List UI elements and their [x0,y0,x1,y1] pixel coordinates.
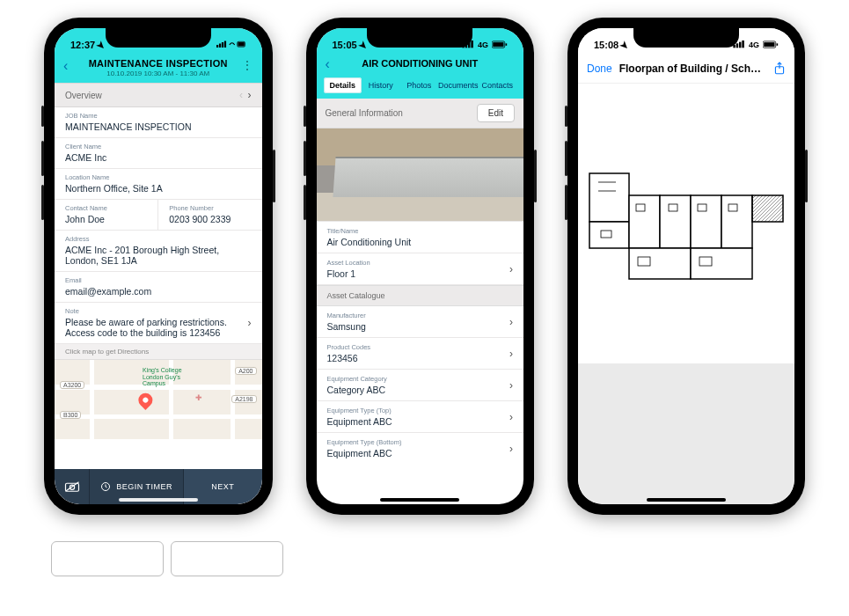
phone-floorplan: 15:08➤ 4G Done Floorpan of Building / Sc… [567,18,805,515]
chevron-right-icon: › [509,316,513,328]
screen-header: ‹ AIR CONDITIONING UNIT [317,56,524,74]
field-product-codes[interactable]: Product Codes 123456 › [317,338,524,370]
back-chevron-icon[interactable]: ‹ [63,58,68,74]
field-address: Address ACME Inc - 201 Borough High Stre… [55,231,262,272]
document-header: Done Floorpan of Building / Schematic... [578,56,794,84]
svg-rect-1 [218,44,220,48]
road-tag: B300 [60,411,81,419]
svg-rect-22 [764,42,774,47]
field-location-name: Location Name Northern Office, Site 1A [55,169,262,200]
svg-rect-13 [471,40,473,48]
home-indicator[interactable] [380,498,459,502]
svg-rect-0 [216,45,218,48]
tab-documents[interactable]: Documents [438,77,479,93]
field-asset-location[interactable]: Asset Location Floor 1 › [317,253,524,285]
phone-maintenance: 12:37➤ ‹ MAINTENANCE INSPECTION 10.10.20… [44,18,273,515]
asset-photo[interactable] [317,128,524,221]
chevron-right-icon: › [509,443,513,455]
location-services-icon: ➤ [618,38,632,52]
map-poi-college: King's College London Guy's Campus [143,367,195,387]
back-chevron-icon[interactable]: ‹ [326,56,330,72]
section-asset-catalogue: Asset Catalogue [317,285,524,306]
screen-header: ‹ MAINTENANCE INSPECTION 10.10.2019 10:3… [55,56,262,83]
svg-rect-25 [589,173,629,222]
map-pin-icon [135,390,156,410]
overview-row[interactable]: Overview ‹ › [55,83,262,107]
map-hint: Click map to get Directions [55,344,262,360]
road-tag: A3200 [60,381,84,389]
svg-rect-3 [223,41,225,48]
road-tag: A2198 [231,395,256,403]
field-title-name: Title/Name Air Conditioning Unit [317,221,524,253]
svg-rect-28 [660,195,691,248]
general-info-label: General Information [326,108,403,118]
phone-asset-detail: 15:05➤ 4G ‹ AIR CONDITIONING UNIT Detail… [306,18,535,515]
svg-rect-2 [221,42,223,48]
chevron-right-icon: › [248,89,252,101]
document-title: Floorpan of Building / Schematic... [619,62,766,75]
svg-rect-27 [629,195,660,248]
svg-rect-33 [691,248,752,279]
field-equipment-type-bottom[interactable]: Equipment Type (Bottom) Equipment ABC › [317,433,524,464]
header-title: AIR CONDITIONING UNIT [317,58,524,69]
status-time: 12:37 [70,40,95,50]
map-poi-hospital: ✚ [195,393,202,402]
field-equipment-category[interactable]: Equipment Category Category ABC › [317,370,524,401]
document-tray [578,363,794,504]
general-info-row: General Information Edit [317,99,524,128]
chevron-right-icon: › [509,348,513,360]
floorplan-viewer[interactable] [578,160,794,292]
status-indicators [216,40,246,49]
field-client-name: Client Name ACME Inc [55,138,262,169]
svg-rect-32 [629,248,691,279]
chevron-left-icon: ‹ [239,89,243,101]
header-title: MAINTENANCE INSPECTION [55,58,262,69]
share-icon[interactable] [773,62,786,76]
next-label: NEXT [211,482,234,491]
chevron-right-icon: › [509,379,513,392]
svg-rect-15 [493,42,503,47]
tab-contacts[interactable]: Contacts [479,77,517,93]
done-button[interactable]: Done [587,62,612,75]
road-tag: A200 [235,367,256,375]
svg-rect-23 [777,43,779,45]
chevron-right-icon: › [248,317,252,329]
camera-disabled-button[interactable] [55,469,90,504]
svg-rect-20 [742,40,744,48]
tab-photos[interactable]: Photos [400,77,439,93]
field-phone-number: Phone Number 0203 900 2339 [158,200,261,231]
begin-timer-label: BEGIN TIMER [116,482,172,491]
status-indicators: 4G [733,40,779,49]
chevron-right-icon: › [509,263,513,275]
floorplan-image [585,169,787,283]
app-store-badge[interactable] [51,541,164,576]
field-equipment-type-top[interactable]: Equipment Type (Top) Equipment ABC › [317,401,524,433]
field-job-name: JOB Name MAINTENANCE INSPECTION [55,107,262,138]
svg-rect-26 [589,222,629,248]
google-play-badge[interactable] [171,541,283,576]
field-email: Email email@example.com [55,272,262,303]
status-time: 15:08 [594,40,618,50]
svg-rect-16 [506,43,508,45]
header-subtitle: 10.10.2019 10:30 AM - 11:30 AM [55,70,262,77]
edit-button[interactable]: Edit [477,104,515,122]
overview-label: Overview [65,91,102,100]
network-label: 4G [478,40,488,49]
home-indicator[interactable] [647,498,726,502]
tab-bar: Details History Photos Documents Contact… [317,74,524,99]
field-contact-name: Contact Name John Doe [55,200,158,231]
store-badges [51,541,283,576]
more-menu-icon[interactable]: ⋮ [241,58,253,72]
home-indicator[interactable] [119,498,198,502]
network-label: 4G [749,40,759,49]
map-preview[interactable]: A3200 B300 A200 A2198 King's College Lon… [55,360,262,439]
svg-rect-19 [739,42,742,48]
svg-rect-18 [736,43,739,48]
field-note[interactable]: Note Please be aware of parking restrict… [55,303,262,344]
chevron-right-icon: › [509,411,513,423]
tab-details[interactable]: Details [324,77,362,93]
status-time: 15:05 [333,40,357,50]
svg-rect-31 [752,195,783,222]
tab-history[interactable]: History [362,77,400,93]
field-manufacturer[interactable]: Manufacturer Samsung › [317,306,524,338]
